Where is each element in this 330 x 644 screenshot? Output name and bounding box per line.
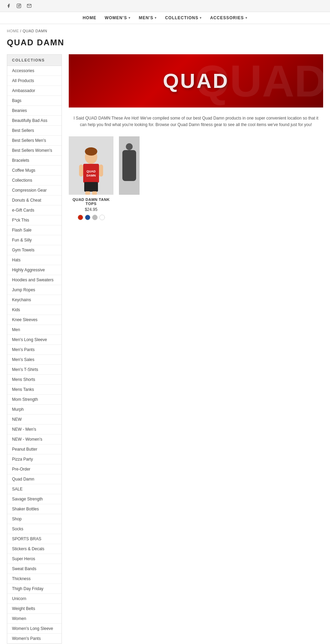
sidebar-item[interactable]: Savage Strength [7,494,62,504]
sidebar-item[interactable]: All Products [7,76,62,86]
sidebar-item[interactable]: Accessories [7,66,62,76]
sidebar-item[interactable]: Best Sellers Men's [7,136,62,146]
svg-text:DAMN: DAMN [87,174,96,177]
sidebar-item[interactable]: Unicorn [7,594,62,604]
sidebar-item[interactable]: Best Sellers Women's [7,146,62,156]
sidebar-item[interactable]: Men's Pants [7,345,62,355]
swatch-red[interactable] [78,215,83,220]
sidebar-item[interactable]: Hats [7,255,62,265]
swatch-gray[interactable] [92,215,98,220]
sidebar-item[interactable]: Mens Shorts [7,375,62,385]
sidebar-item[interactable]: Flash Sale [7,225,62,235]
svg-rect-10 [99,165,103,177]
sidebar-item[interactable]: Stickers & Decals [7,544,62,554]
social-bar [0,0,330,12]
sidebar-item[interactable]: Murph [7,405,62,415]
sidebar-item[interactable]: Weight Belts [7,604,62,614]
sidebar-item[interactable]: Beanies [7,106,62,116]
sidebar-item[interactable]: Pizza Party [7,454,62,464]
sidebar-item[interactable]: Beautifully Bad Ass [7,116,62,126]
sidebar-item[interactable]: Hoodies and Sweaters [7,275,62,285]
sidebar-item[interactable]: Shop [7,514,62,524]
nav-home[interactable]: HOME [82,15,96,20]
sidebar-item[interactable]: Socks [7,524,62,534]
nav-collections[interactable]: COLLECTIONS ▾ [165,15,202,20]
sidebar-item[interactable]: SALE [7,484,62,494]
sidebar-item[interactable]: SPORTS BRAS [7,534,62,544]
sidebar-item[interactable]: Donuts & Cheat [7,195,62,205]
email-icon[interactable] [26,3,32,9]
svg-rect-16 [122,150,136,181]
sidebar-item[interactable]: Super Heros [7,554,62,564]
product-image-partial [119,136,140,195]
chevron-down-icon: ▾ [129,16,131,20]
sidebar-item[interactable]: Kids [7,305,62,315]
svg-point-17 [126,143,133,150]
sidebar-item[interactable]: Thickness [7,574,62,584]
sidebar-item[interactable]: NEW [7,415,62,425]
breadcrumb-separator: / [20,29,23,33]
sidebar-item[interactable]: Gym Towels [7,245,62,255]
sidebar-item[interactable]: Highly Aggressive [7,265,62,275]
sidebar-item[interactable]: Men's Long Sleeve [7,335,62,345]
swatch-blue[interactable] [85,215,90,220]
sidebar-list: AccessoriesAll ProductsAmbassadorBagsBea… [7,66,62,644]
sidebar-item[interactable]: Peanut Butter [7,444,62,454]
sidebar-item[interactable]: Fun & Silly [7,235,62,245]
sidebar-item[interactable]: Bags [7,96,62,106]
sidebar-item[interactable]: Shaker Bottles [7,504,62,514]
breadcrumb-home[interactable]: HOME [7,29,19,33]
sidebar-item[interactable]: Pre-Order [7,464,62,474]
sidebar-item[interactable]: Ambassador [7,86,62,96]
nav-mens[interactable]: MEN'S ▾ [139,15,157,20]
sidebar-item[interactable]: NEW - Men's [7,425,62,434]
svg-rect-11 [84,182,98,192]
sidebar-item[interactable]: Women [7,614,62,624]
svg-rect-0 [17,4,21,8]
sidebar-item[interactable]: Knee Sleeves [7,315,62,325]
sidebar-item[interactable]: Men [7,325,62,335]
sidebar-item[interactable]: Compression Gear [7,185,62,195]
sidebar-item[interactable]: Women's Long Sleeve [7,624,62,634]
sidebar-item[interactable]: Collections [7,176,62,185]
sidebar-item[interactable]: Sweat Bands [7,564,62,574]
sidebar-item[interactable]: F*ck This [7,215,62,225]
sidebar-item[interactable]: Keychains [7,295,62,305]
sidebar-item[interactable]: Men's T-Shirts [7,365,62,375]
nav-accessories[interactable]: ACCESSORIES ▾ [210,15,247,20]
product-grid: QUAD DAMN QUAD DAMN TANK TOPS [69,136,323,220]
sidebar-item[interactable]: Mens Tanks [7,385,62,395]
sidebar-item[interactable]: NEW - Women's [7,434,62,444]
sidebar-item[interactable]: Best Sellers [7,126,62,136]
svg-rect-13 [92,191,97,195]
breadcrumb: HOME / QUAD DAMN [0,24,330,38]
hero-watermark: QUAD [195,55,323,107]
svg-point-2 [20,4,20,5]
svg-rect-12 [85,191,90,195]
chevron-down-icon: ▾ [200,16,202,20]
sidebar-item[interactable]: Thigh Day Friday [7,584,62,594]
sidebar-item[interactable]: e-Gift Cards [7,205,62,215]
sidebar-item[interactable]: Mom Strength [7,395,62,405]
svg-rect-6 [83,164,99,183]
sidebar-item[interactable]: Bracelets [7,156,62,166]
svg-point-1 [18,5,20,7]
product-card[interactable]: QUAD DAMN QUAD DAMN TANK TOPS [69,136,113,220]
chevron-down-icon: ▾ [245,16,248,20]
breadcrumb-current: QUAD DAMN [23,29,47,33]
sidebar: COLLECTIONS AccessoriesAll ProductsAmbas… [7,54,62,644]
sidebar-title: COLLECTIONS [7,54,62,66]
sidebar-item[interactable]: Jump Ropes [7,285,62,295]
sidebar-item[interactable]: Men's Sales [7,355,62,365]
chevron-down-icon: ▾ [155,16,157,20]
sidebar-item[interactable]: Women's Pants [7,634,62,643]
product-card-partial[interactable] [119,136,140,220]
instagram-icon[interactable] [16,3,22,9]
swatch-white[interactable] [99,215,105,220]
nav-womens[interactable]: WOMEN'S ▾ [104,15,130,20]
sidebar-item[interactable]: Coffee Mugs [7,166,62,176]
facebook-icon[interactable] [6,3,12,9]
svg-point-14 [85,147,97,156]
sidebar-item[interactable]: Quad Damn [7,474,62,484]
svg-rect-9 [79,165,83,177]
